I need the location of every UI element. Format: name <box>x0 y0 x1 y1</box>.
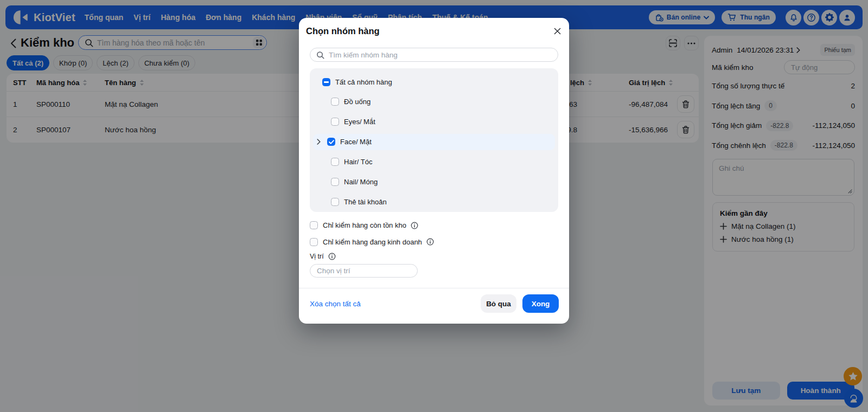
info-icon <box>411 222 418 229</box>
close-icon[interactable] <box>551 24 564 37</box>
checkbox[interactable] <box>331 118 339 126</box>
location-label: Vị trí <box>310 253 336 260</box>
kiotviet-app: KiotViet Tổng quan Vị trí Hàng hóa Đơn h… <box>0 0 868 412</box>
search-icon <box>316 51 324 59</box>
group-search-input[interactable]: Tìm kiếm nhóm hàng <box>310 48 558 62</box>
done-button[interactable]: Xong <box>522 294 559 313</box>
checkbox[interactable] <box>310 238 318 246</box>
indeterminate-checkbox[interactable] <box>322 78 330 86</box>
checkbox[interactable] <box>331 98 339 106</box>
tree-row-group[interactable]: Hair/ Tóc <box>313 154 555 170</box>
modal-title: Chọn nhóm hàng <box>306 26 380 36</box>
select-group-modal: Chọn nhóm hàng Tìm kiếm nhóm hàng Tất cả… <box>299 18 569 324</box>
option-only-active[interactable]: Chỉ kiểm hàng đang kinh doanh <box>310 238 434 246</box>
option-only-instock[interactable]: Chỉ kiểm hàng còn tồn kho <box>310 221 418 229</box>
checked-checkbox[interactable] <box>327 138 335 146</box>
tree-row-group[interactable]: Đồ uống <box>313 94 555 110</box>
clear-all-link[interactable]: Xóa chọn tất cả <box>310 300 361 308</box>
checkbox[interactable] <box>310 221 318 229</box>
info-icon <box>426 238 434 246</box>
divider <box>299 288 569 288</box>
chevron-right-icon[interactable] <box>317 139 322 145</box>
tree-row-group[interactable]: Eyes/ Mắt <box>313 114 555 130</box>
checkbox[interactable] <box>331 158 339 166</box>
location-select[interactable]: Chọn vị trí <box>310 264 418 278</box>
group-tree: Tất cả nhóm hàng Đồ uống Eyes/ Mắt <box>310 68 558 212</box>
tree-row-group-selected[interactable]: Face/ Mặt <box>313 134 555 150</box>
tree-row-all-groups[interactable]: Tất cả nhóm hàng <box>313 74 555 90</box>
info-icon <box>328 253 336 260</box>
checkbox[interactable] <box>331 198 339 206</box>
tree-row-group[interactable]: Thẻ tài khoản <box>313 194 555 210</box>
tree-row-group[interactable]: Nail/ Móng <box>313 174 555 190</box>
skip-button[interactable]: Bỏ qua <box>481 294 516 313</box>
checkbox[interactable] <box>331 178 339 186</box>
